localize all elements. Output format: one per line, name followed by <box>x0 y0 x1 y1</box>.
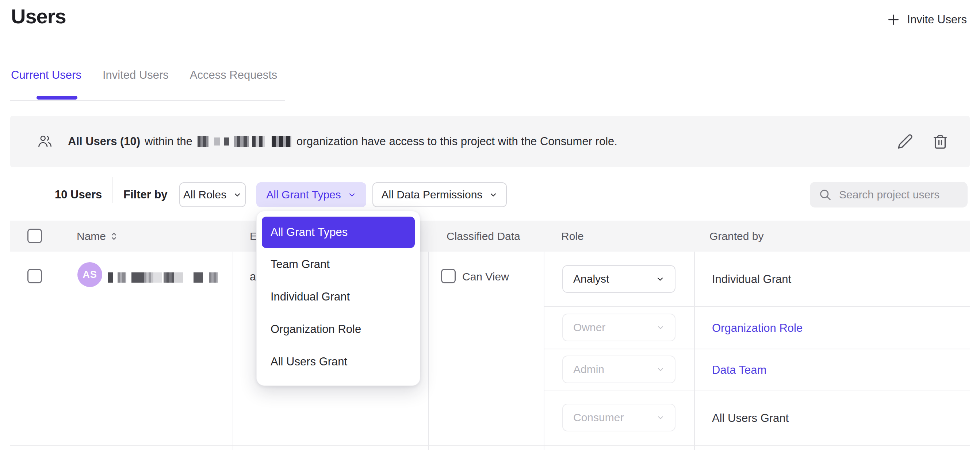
redacted-org-name <box>197 135 291 148</box>
trash-icon <box>932 133 948 150</box>
grant-row-divider <box>544 349 970 349</box>
all-grant-types-dropdown[interactable]: All Grant Types <box>256 182 366 207</box>
tab-current-users[interactable]: Current Users <box>11 68 81 82</box>
tab-invited-users[interactable]: Invited Users <box>103 68 169 82</box>
grant-row-divider <box>544 391 970 391</box>
banner-actions <box>894 131 951 152</box>
active-tab-indicator <box>37 96 77 100</box>
role-select-admin: Admin <box>562 355 676 383</box>
users-count: 10 Users <box>55 188 102 201</box>
row-checkbox[interactable] <box>27 269 42 284</box>
chevron-down-icon <box>657 323 665 331</box>
edit-banner-button[interactable] <box>894 131 916 152</box>
column-divider <box>232 252 233 450</box>
invite-users-button[interactable]: Invite Users <box>886 10 967 29</box>
search-input[interactable] <box>839 189 959 201</box>
users-page: { "page": { "title": "Users" }, "header"… <box>0 0 980 450</box>
all-users-banner: All Users (10) within the organization h… <box>10 116 970 167</box>
granted-by-organization-role-link[interactable]: Organization Role <box>712 322 803 335</box>
role-select-analyst[interactable]: Analyst <box>562 265 676 293</box>
granted-by-individual-grant: Individual Grant <box>712 273 791 286</box>
tabs-underline <box>10 100 285 101</box>
role-select-value: Owner <box>573 321 605 334</box>
banner-post-text: organization have access to this project… <box>296 135 617 148</box>
grant-types-menu: All Grant Types Team Grant Individual Gr… <box>256 211 420 386</box>
chevron-down-icon <box>348 190 356 199</box>
role-select-value: Consumer <box>573 411 624 424</box>
role-select-value: Admin <box>573 363 604 376</box>
email-cell-fragment: a <box>250 270 256 284</box>
column-divider <box>694 252 695 450</box>
filter-by-label: Filter by <box>123 188 168 201</box>
granted-by-all-users-grant: All Users Grant <box>712 412 789 425</box>
chevron-down-icon <box>656 274 665 284</box>
menu-item-organization-role[interactable]: Organization Role <box>262 313 415 345</box>
search-project-users <box>810 182 967 208</box>
filter-divider <box>112 177 113 203</box>
page-title: Users <box>11 5 66 28</box>
column-header-granted-by: Granted by <box>710 230 764 242</box>
invite-users-label: Invite Users <box>907 13 967 26</box>
menu-item-individual-grant[interactable]: Individual Grant <box>262 280 415 313</box>
column-header-name[interactable]: Name <box>77 230 118 242</box>
menu-item-team-grant[interactable]: Team Grant <box>262 248 415 280</box>
chevron-down-icon <box>233 190 242 199</box>
column-divider <box>544 252 544 450</box>
banner-pre-text: within the <box>145 135 192 148</box>
all-grant-types-label: All Grant Types <box>266 189 341 201</box>
banner-text: All Users (10) within the organization h… <box>68 135 617 148</box>
column-header-classified-data: Classified Data <box>447 230 520 242</box>
delete-banner-button[interactable] <box>930 131 951 152</box>
chevron-down-icon <box>657 365 665 374</box>
plus-icon <box>886 13 900 27</box>
avatar: AS <box>77 262 102 287</box>
users-icon <box>37 134 53 149</box>
all-roles-dropdown[interactable]: All Roles <box>179 182 246 207</box>
all-roles-label: All Roles <box>183 189 226 201</box>
granted-by-data-team-link[interactable]: Data Team <box>712 364 767 377</box>
all-data-permissions-label: All Data Permissions <box>382 189 483 201</box>
can-view-checkbox[interactable] <box>441 269 456 284</box>
banner-bold-text: All Users (10) <box>68 135 140 148</box>
table-header: Name E Classified Data Role Granted by <box>10 220 970 252</box>
tab-bar: Current Users Invited Users Access Reque… <box>11 68 277 82</box>
chevron-down-icon <box>657 414 665 421</box>
menu-item-all-users-grant[interactable]: All Users Grant <box>262 345 415 378</box>
column-divider <box>428 252 429 450</box>
select-all-checkbox[interactable] <box>27 229 42 243</box>
row-divider <box>10 445 970 445</box>
redacted-user-name <box>108 273 218 283</box>
role-select-owner: Owner <box>562 314 676 341</box>
can-view-label: Can View <box>462 271 509 283</box>
pencil-icon <box>897 133 913 150</box>
name-header-label: Name <box>77 230 106 242</box>
column-header-role: Role <box>561 230 584 242</box>
role-select-value: Analyst <box>573 273 609 285</box>
search-icon <box>819 188 832 201</box>
role-select-consumer: Consumer <box>562 404 676 431</box>
chevron-down-icon <box>489 190 498 199</box>
menu-item-all-grant-types[interactable]: All Grant Types <box>262 217 415 248</box>
tab-access-requests[interactable]: Access Requests <box>190 68 277 82</box>
sort-icon <box>110 232 118 241</box>
grant-row-divider <box>544 306 970 307</box>
column-header-email: E <box>250 230 257 242</box>
all-data-permissions-dropdown[interactable]: All Data Permissions <box>372 182 507 207</box>
